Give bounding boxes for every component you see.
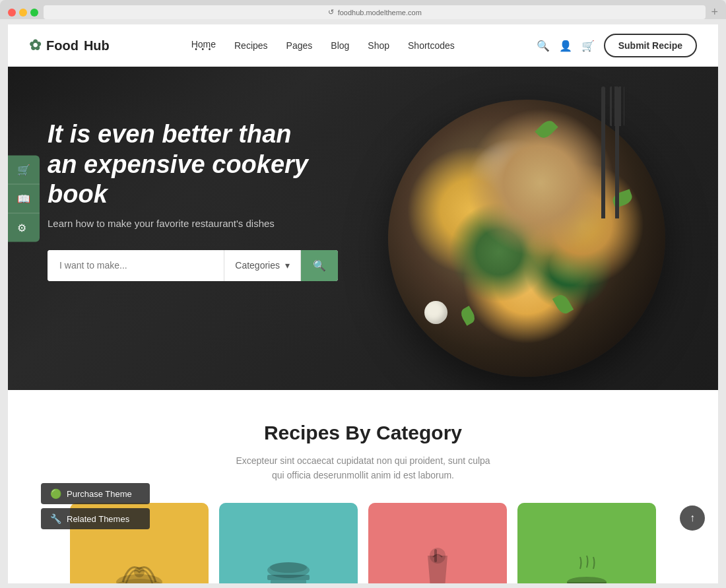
related-themes-button[interactable]: 🔧 Related Themes [41,508,150,529]
navbar: ✿ FoodHub Home • • • Recipes Pages Blog … [8,24,718,67]
card-illustration-pasta [100,536,179,583]
scroll-top-icon: ↑ [690,512,695,524]
nav-item-recipes[interactable]: Recipes [234,40,268,51]
nav-item-shortcodes[interactable]: Shortcodes [408,40,455,51]
browser-dots [8,9,38,16]
reload-icon[interactable]: ↺ [328,8,334,16]
card-illustration-burgers [249,536,328,583]
logo-food: Food [46,38,79,53]
hero-title: It is even better than an expensive cook… [48,119,325,210]
nav-item-shop[interactable]: Shop [368,40,389,51]
minimize-button[interactable] [19,9,27,16]
nav-icons: 🔍 👤 🛒 Submit Recipe [537,34,697,57]
hero-section: It is even better than an expensive cook… [8,67,718,390]
cart-icon[interactable]: 🛒 [581,40,595,52]
related-icon: 🔧 [50,513,61,524]
logo: ✿ FoodHub [29,37,110,54]
nav-item-blog[interactable]: Blog [331,40,349,51]
category-card-burgers[interactable] [219,503,358,583]
browser-content: ✿ FoodHub Home • • • Recipes Pages Blog … [8,24,718,583]
floating-buttons: 🟢 Purchase Theme 🔧 Related Themes [41,483,150,529]
url-text: foodhub.modeltheme.com [338,9,422,16]
card-illustration-smoothies [398,536,477,583]
related-themes-label: Related Themes [67,514,129,524]
search-submit-icon: 🔍 [313,260,326,271]
side-toolbar: 🛒 📖 ⚙ [8,156,40,242]
svg-rect-5 [271,580,306,583]
search-button[interactable]: 🔍 [301,250,338,281]
submit-recipe-button[interactable]: Submit Recipe [604,34,697,57]
hero-subtitle: Learn how to make your favorite restaura… [48,218,718,229]
svg-point-12 [567,577,607,583]
side-tool-book[interactable]: 📖 [8,185,40,214]
recipes-section-title: Recipes By Category [21,422,705,444]
side-tool-settings[interactable]: ⚙ [8,214,40,242]
garlic-decoration [424,301,447,324]
nav-links: Home • • • Recipes Pages Blog Shop Short… [191,39,455,53]
scroll-to-top-button[interactable]: ↑ [680,506,705,531]
purchase-theme-button[interactable]: 🟢 Purchase Theme [41,483,150,504]
user-icon[interactable]: 👤 [559,40,572,52]
card-illustration-soup [547,536,626,583]
logo-icon: ✿ [29,37,41,54]
category-card-smoothies[interactable] [368,503,507,583]
search-input[interactable] [48,250,224,281]
svg-point-10 [430,548,446,564]
browser-chrome: ↺ foodhub.modeltheme.com + [0,0,726,19]
browser-toolbar: ↺ foodhub.modeltheme.com + [8,5,718,19]
recipes-section-subtitle: Excepteur sint occaecat cupidatat non qu… [231,453,495,483]
logo-hub: Hub [84,38,110,53]
nav-item-home[interactable]: Home • • • [191,39,216,53]
hero-content: It is even better than an expensive cook… [8,67,718,281]
new-tab-button[interactable]: + [711,5,718,19]
svg-point-8 [270,562,307,573]
close-button[interactable] [8,9,16,16]
svg-point-2 [134,567,145,577]
purchase-theme-label: Purchase Theme [67,489,132,499]
category-dropdown[interactable]: Categories ▾ [224,250,301,281]
purchase-icon: 🟢 [50,488,61,499]
nav-item-pages[interactable]: Pages [286,40,313,51]
search-icon[interactable]: 🔍 [537,40,550,52]
hero-search-bar: Categories ▾ 🔍 [48,250,338,281]
chevron-down-icon: ▾ [285,260,290,271]
side-tool-cart[interactable]: 🛒 [8,156,40,185]
maximize-button[interactable] [30,9,38,16]
address-bar[interactable]: ↺ foodhub.modeltheme.com [44,5,706,19]
category-card-soup[interactable] [517,503,656,583]
